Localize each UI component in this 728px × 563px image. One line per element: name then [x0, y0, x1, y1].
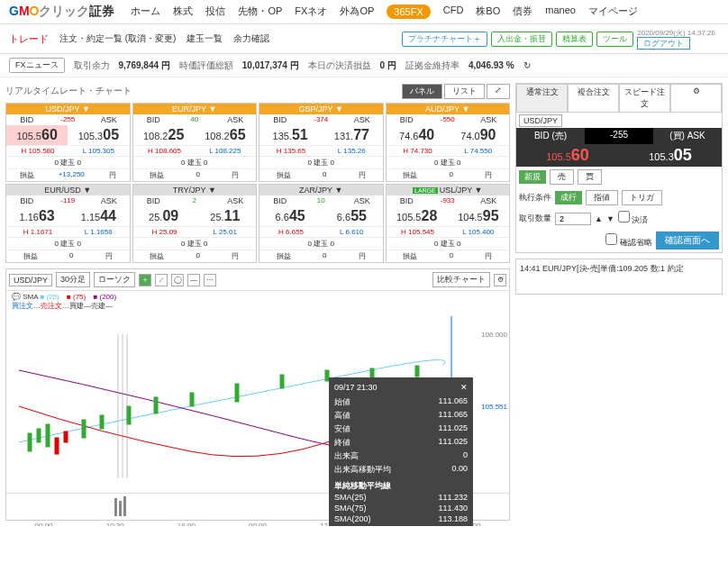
- list-tab[interactable]: リスト: [444, 84, 485, 99]
- statement-button[interactable]: 精算表: [556, 32, 593, 47]
- combo-order-tab[interactable]: 複合注文: [568, 84, 619, 113]
- svg-rect-7: [127, 406, 131, 424]
- fx-news-button[interactable]: FXニュース: [9, 58, 65, 73]
- chart-settings-icon[interactable]: ⚙: [494, 274, 506, 286]
- svg-rect-1: [37, 429, 41, 442]
- svg-rect-14: [415, 366, 419, 377]
- nav-ホーム[interactable]: ホーム: [131, 5, 160, 19]
- svg-rect-4: [64, 431, 68, 442]
- nav-先物・OP[interactable]: 先物・OP: [238, 5, 282, 19]
- svg-rect-21: [123, 496, 126, 516]
- buy-button[interactable]: 買: [578, 169, 602, 185]
- order-settings-icon[interactable]: ⚙: [670, 84, 722, 113]
- chart-tooltip: 09/17 21:30✕ 始値111.065高値111.065安値111.025…: [329, 377, 473, 526]
- hline-icon[interactable]: ⋯: [204, 274, 216, 286]
- rate-card-EUR/JPY[interactable]: EUR/JPY ▼BID40ASK108.225108.265H 108.605…: [132, 103, 258, 182]
- logout-button[interactable]: ログアウト: [637, 37, 690, 50]
- deposit-button[interactable]: 入出金・振替: [491, 32, 552, 47]
- svg-rect-9: [190, 393, 194, 406]
- margin-link[interactable]: 余力確認: [233, 32, 269, 45]
- svg-rect-19: [114, 498, 117, 516]
- svg-rect-0: [28, 433, 32, 451]
- svg-rect-10: [235, 384, 239, 402]
- chart-toolbar: USD/JPY 30分足 ローソク ＋ ⟋ ◯ — ⋯ 比較チャート ⚙: [6, 269, 509, 291]
- rates-title: リアルタイムレート・チャート: [5, 83, 132, 99]
- rate-card-AUD/JPY[interactable]: AUD/JPY ▼BID-550ASK74.64074.090H 74.730L…: [386, 103, 511, 182]
- nav-外為OP[interactable]: 外為OP: [340, 5, 374, 19]
- svg-rect-5: [82, 420, 86, 438]
- trade-label[interactable]: トレード: [9, 32, 49, 46]
- skip-confirm-checkbox[interactable]: [605, 233, 617, 245]
- bid-price[interactable]: 105.560: [516, 144, 619, 167]
- rate-card-GBP/JPY[interactable]: GBP/JPY ▼BID-374ASK135.51131.77H 135.65L…: [259, 103, 384, 182]
- svg-rect-20: [119, 501, 122, 516]
- rate-grid: USD/JPY ▼BID-255ASK105.560105.305H 105.5…: [5, 103, 510, 263]
- chart-legend: 💬 SMA ■ (25) ■ (75) ■ (200) 買注文…売注文…買建—売…: [6, 291, 509, 313]
- svg-rect-3: [55, 438, 59, 454]
- crosshair-icon[interactable]: ＋: [139, 274, 151, 286]
- nav-投信[interactable]: 投信: [205, 5, 225, 19]
- rate-card-USL/JPY[interactable]: LARGEUSL/JPY ▼BID-933ASK105.528104.595H …: [386, 184, 511, 263]
- qty-down-icon[interactable]: ▼: [606, 214, 614, 223]
- rate-card-EUR/USD[interactable]: EUR/USD ▼BID-119ASK1.16631.1544H 1.1671L…: [5, 184, 131, 263]
- chart-pair-select[interactable]: USD/JPY: [9, 274, 52, 286]
- limit-button[interactable]: 指値: [586, 190, 618, 205]
- main-nav: ホーム株式投信先物・OPFXネオ外為OP365FXCFD株BO債券maneoマイ…: [131, 5, 637, 19]
- zoom-icon[interactable]: ◯: [171, 274, 184, 286]
- sell-button[interactable]: 売: [550, 169, 574, 185]
- draw-icon[interactable]: ⟋: [155, 274, 168, 286]
- chart-type-select[interactable]: ローソク: [94, 272, 135, 287]
- rate-card-USD/JPY[interactable]: USD/JPY ▼BID-255ASK105.560105.305H 105.5…: [5, 103, 131, 182]
- nav-株BO[interactable]: 株BO: [476, 5, 500, 19]
- qty-up-icon[interactable]: ▲: [595, 214, 603, 223]
- rate-card-ZAR/JPY[interactable]: ZAR/JPY ▼BID10ASK6.6456.655H 6.655L 6.61…: [259, 184, 384, 263]
- settle-checkbox[interactable]: [618, 211, 630, 222]
- execution-log: 14:41 EUR/JPY[決-売]単価:109.205 数:1 約定: [515, 259, 723, 295]
- positions-link[interactable]: 建玉一覧: [187, 32, 223, 45]
- order-panel: 通常注文 複合注文 スピード注文 ⚙ USD/JPY BID (売)-255(買…: [515, 83, 723, 253]
- rate-card-TRY/JPY[interactable]: TRY/JPY ▼BID2ASK25.0925.11H 25.09L 25.01…: [132, 184, 258, 263]
- chart-panel: USD/JPY 30分足 ローソク ＋ ⟋ ◯ — ⋯ 比較チャート ⚙ 💬 S…: [5, 268, 510, 521]
- trigger-button[interactable]: トリガ: [622, 190, 662, 205]
- svg-rect-6: [100, 415, 104, 429]
- chart-timeframe-select[interactable]: 30分足: [56, 272, 90, 287]
- new-order-button[interactable]: 新規: [519, 170, 546, 184]
- nav-マイページ[interactable]: マイページ: [588, 5, 638, 19]
- order-pair-select[interactable]: USD/JPY: [519, 114, 562, 127]
- sub-nav: トレード 注文・約定一覧 (取消・変更) 建玉一覧 余力確認 プラチナチャート＋…: [0, 24, 728, 54]
- nav-maneo[interactable]: maneo: [545, 5, 576, 19]
- quantity-input[interactable]: [555, 213, 591, 225]
- compare-chart-button[interactable]: 比較チャート: [432, 272, 490, 287]
- expand-icon[interactable]: ⤢: [487, 84, 510, 99]
- nav-365FX[interactable]: 365FX: [387, 5, 430, 19]
- svg-rect-8: [154, 397, 158, 413]
- chat-icon[interactable]: 💬: [12, 293, 21, 301]
- svg-rect-2: [46, 424, 50, 447]
- tools-button[interactable]: ツール: [596, 32, 633, 47]
- close-icon[interactable]: ✕: [460, 383, 468, 392]
- nav-FXネオ[interactable]: FXネオ: [295, 5, 327, 19]
- svg-rect-11: [280, 375, 284, 388]
- line-icon[interactable]: —: [187, 274, 200, 286]
- confirm-button[interactable]: 確認画面へ: [656, 232, 719, 250]
- market-button[interactable]: 成行: [555, 191, 582, 204]
- orders-link[interactable]: 注文・約定一覧 (取消・変更): [59, 32, 176, 45]
- platinum-chart-button[interactable]: プラチナチャート＋: [402, 32, 487, 47]
- nav-CFD[interactable]: CFD: [443, 5, 464, 19]
- panel-tab[interactable]: パネル: [402, 84, 442, 99]
- ask-price[interactable]: 105.305: [619, 144, 722, 167]
- speed-order-tab[interactable]: スピード注文: [619, 84, 670, 113]
- logo: GMOクリック証券: [9, 4, 114, 20]
- nav-債券[interactable]: 債券: [513, 5, 532, 19]
- normal-order-tab[interactable]: 通常注文: [516, 84, 568, 113]
- svg-rect-13: [370, 368, 374, 377]
- header: GMOクリック証券 ホーム株式投信先物・OPFXネオ外為OP365FXCFD株B…: [0, 0, 728, 24]
- refresh-icon[interactable]: ↻: [523, 60, 531, 70]
- account-info: FXニュース 取引余力9,769,844 円 時価評価総額10,017,374 …: [0, 54, 728, 77]
- nav-株式[interactable]: 株式: [173, 5, 193, 19]
